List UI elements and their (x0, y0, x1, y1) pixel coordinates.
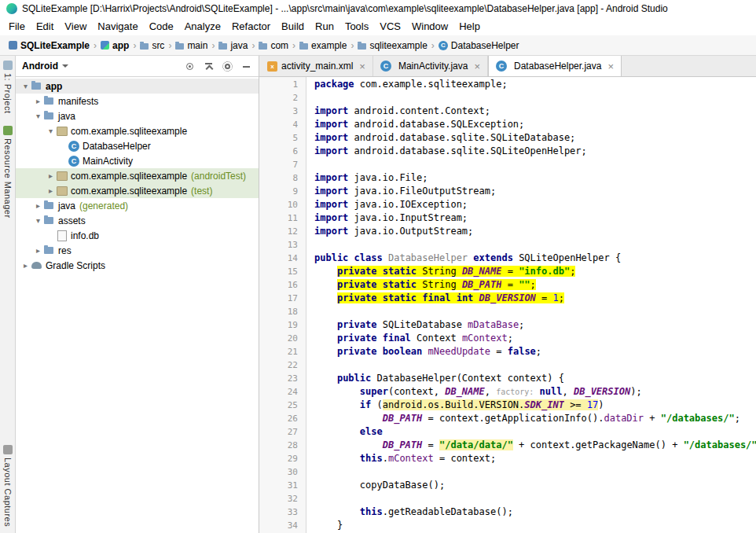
code-line[interactable]: import java.io.FileOutputStream; (314, 185, 756, 198)
line-number[interactable]: 13 (259, 238, 298, 252)
menu-item-help[interactable]: Help (453, 19, 486, 34)
breadcrumb-item-example[interactable]: example (299, 40, 347, 51)
line-number[interactable]: 32 (259, 492, 298, 505)
menu-item-window[interactable]: Window (406, 19, 453, 34)
code-line[interactable]: DB_PATH = "/data/data/" + context.getPac… (314, 439, 756, 452)
breadcrumb-item-com[interactable]: com (259, 40, 288, 51)
line-number[interactable]: 5 (259, 131, 298, 145)
code-line[interactable]: DB_PATH = context.getApplicationInfo().d… (314, 412, 756, 425)
tree-item-assets[interactable]: ▾assets (16, 213, 259, 228)
menu-item-view[interactable]: View (59, 19, 92, 34)
line-number[interactable]: 3 (259, 105, 298, 118)
tool-button-1-project[interactable]: 1: Project (3, 61, 13, 113)
line-number[interactable]: 23 (259, 372, 298, 385)
breadcrumb-item-src[interactable]: src (140, 40, 164, 51)
chevron-right-icon[interactable]: ▸ (33, 246, 43, 255)
collapse-all-icon[interactable] (203, 61, 215, 72)
code-line[interactable]: else (314, 425, 756, 439)
tree-item-com-example-sqliteexample[interactable]: ▾com.example.sqliteexample (16, 123, 259, 138)
code-line[interactable]: public DatabaseHelper(Context context) { (314, 372, 756, 385)
line-number[interactable]: 25 (259, 399, 298, 412)
locate-icon[interactable] (184, 61, 196, 72)
line-number[interactable]: 1 (259, 78, 298, 91)
line-number[interactable]: 16 (259, 278, 298, 292)
tree-item-java[interactable]: ▾java (16, 108, 259, 123)
code-line[interactable]: import android.database.SQLException; (314, 118, 756, 131)
code-line[interactable] (314, 305, 756, 318)
code-line[interactable]: import java.io.OutputStream; (314, 225, 756, 238)
tree-item-app[interactable]: ▾app (16, 79, 259, 94)
breadcrumb-item-databasehelper[interactable]: CDatabaseHelper (439, 40, 519, 51)
tab-activity-main-xml[interactable]: xactivity_main.xml× (260, 56, 373, 76)
line-number[interactable]: 19 (259, 318, 298, 332)
breadcrumb-item-sqliteexample[interactable]: SQLiteExample (9, 40, 90, 51)
line-number[interactable]: 9 (259, 185, 298, 198)
code-line[interactable] (314, 358, 756, 372)
code-line[interactable]: private SQLiteDatabase mDataBase; (314, 318, 756, 332)
tree-item-com-example-sqliteexample-test[interactable]: ▸com.example.sqliteexample(test) (16, 183, 259, 198)
line-number[interactable]: 7 (259, 158, 298, 171)
line-number[interactable]: 22 (259, 358, 298, 372)
menu-item-vcs[interactable]: VCS (374, 19, 406, 34)
line-number[interactable]: 30 (259, 465, 298, 479)
breadcrumb-item-app[interactable]: app (101, 40, 129, 51)
line-number[interactable]: 34 (259, 519, 298, 532)
code-line[interactable] (314, 465, 756, 479)
line-number[interactable]: 11 (259, 211, 298, 225)
tree-item-databasehelper[interactable]: CDatabaseHelper (16, 138, 259, 153)
code-line[interactable] (314, 158, 756, 171)
chevron-right-icon[interactable]: ▸ (46, 186, 56, 195)
tree-item-gradle-scripts[interactable]: ▸Gradle Scripts (16, 258, 259, 273)
tool-button-layout-captures[interactable]: Layout Captures (3, 445, 13, 527)
code-line[interactable]: import java.io.IOException; (314, 198, 756, 211)
chevron-right-icon[interactable]: ▸ (33, 201, 43, 210)
chevron-down-icon[interactable]: ▾ (33, 216, 43, 225)
code-line[interactable]: import android.content.Context; (314, 105, 756, 118)
close-tab-icon[interactable]: × (607, 61, 614, 72)
line-number[interactable]: 21 (259, 345, 298, 358)
code-line[interactable]: import java.io.InputStream; (314, 211, 756, 225)
code-line[interactable]: this.getReadableDatabase(); (314, 505, 756, 519)
close-tab-icon[interactable]: × (474, 61, 480, 72)
line-number[interactable]: 18 (259, 305, 298, 318)
tab-mainactivity-java[interactable]: CMainActivity.java× (373, 56, 488, 76)
line-number[interactable]: 28 (259, 439, 298, 452)
line-number[interactable]: 33 (259, 505, 298, 519)
line-number[interactable]: 26 (259, 412, 298, 425)
menu-item-run[interactable]: Run (310, 19, 339, 34)
line-number[interactable]: 24 (259, 385, 298, 399)
code-line[interactable]: import android.database.sqlite.SQLiteDat… (314, 131, 756, 145)
tree-item-info-db[interactable]: info.db (16, 228, 259, 243)
chevron-down-icon[interactable]: ▾ (46, 127, 56, 135)
code-line[interactable]: if (android.os.Build.VERSION.SDK_INT >= … (314, 399, 756, 412)
line-number[interactable]: 14 (259, 252, 298, 265)
tree-item-com-example-sqliteexample-androidtest[interactable]: ▸com.example.sqliteexample(androidTest) (16, 168, 259, 183)
menu-item-navigate[interactable]: Navigate (92, 19, 143, 34)
tab-databasehelper-java[interactable]: CDatabaseHelper.java× (488, 56, 622, 76)
menu-item-tools[interactable]: Tools (339, 19, 374, 34)
settings-gear-icon[interactable] (222, 61, 233, 72)
breadcrumb-item-java[interactable]: java (218, 40, 248, 51)
code-line[interactable]: package com.example.sqliteexample; (314, 78, 756, 91)
line-number[interactable]: 31 (259, 479, 298, 492)
line-number[interactable]: 27 (259, 425, 298, 439)
code-line[interactable]: private final Context mContext; (314, 332, 756, 345)
chevron-down-icon[interactable]: ▾ (33, 112, 43, 120)
code-line[interactable]: import android.database.sqlite.SQLiteOpe… (314, 145, 756, 158)
line-number[interactable]: 8 (259, 171, 298, 185)
tree-item-mainactivity[interactable]: CMainActivity (16, 153, 259, 168)
code-line[interactable] (314, 492, 756, 505)
menu-item-file[interactable]: File (3, 19, 31, 34)
line-number[interactable]: 12 (259, 225, 298, 238)
menu-item-analyze[interactable]: Analyze (179, 19, 226, 34)
project-view-selector[interactable]: Android (22, 61, 68, 72)
code-line[interactable]: private static String DB_NAME = "info.db… (314, 265, 756, 278)
line-number[interactable]: 29 (259, 452, 298, 465)
chevron-right-icon[interactable]: ▸ (20, 261, 31, 270)
chevron-down-icon[interactable]: ▾ (20, 82, 31, 90)
line-number[interactable]: 4 (259, 118, 298, 131)
code-line[interactable] (314, 91, 756, 105)
hide-panel-icon[interactable] (240, 61, 252, 72)
line-number[interactable]: 10 (259, 198, 298, 211)
code-line[interactable]: this.mContext = context; (314, 452, 756, 465)
